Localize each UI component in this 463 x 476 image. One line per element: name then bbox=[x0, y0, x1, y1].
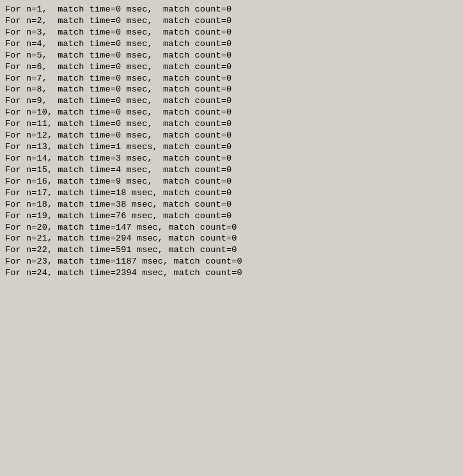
output-line: For n=23, match time=1187 msec, match co… bbox=[5, 256, 458, 267]
output-line: For n=20, match time=147 msec, match cou… bbox=[5, 222, 458, 234]
output-line: For n=8, match time=0 msec, match count=… bbox=[5, 84, 458, 95]
output-line: For n=12, match time=0 msec, match count… bbox=[5, 130, 458, 141]
output-line: For n=9, match time=0 msec, match count=… bbox=[5, 95, 458, 107]
output-line: For n=19, match time=76 msec, match coun… bbox=[5, 210, 458, 222]
output-line: For n=2, match time=0 msec, match count=… bbox=[5, 15, 458, 27]
output-line: For n=13, match time=1 msecs, match coun… bbox=[5, 141, 458, 153]
output-line: For n=15, match time=4 msec, match count… bbox=[5, 164, 458, 176]
output-line: For n=16, match time=9 msec, match count… bbox=[5, 176, 458, 187]
output-line: For n=5, match time=0 msec, match count=… bbox=[5, 50, 458, 61]
output-line: For n=7, match time=0 msec, match count=… bbox=[5, 73, 458, 84]
output-line: For n=17, match time=18 msec, match coun… bbox=[5, 187, 458, 199]
output-line: For n=6, match time=0 msec, match count=… bbox=[5, 61, 458, 73]
output-line: For n=21, match time=294 msec, match cou… bbox=[5, 233, 458, 244]
output-line: For n=1, match time=0 msec, match count=… bbox=[5, 4, 458, 15]
output-line: For n=11, match time=0 msec, match count… bbox=[5, 118, 458, 130]
output-line: For n=4, match time=0 msec, match count=… bbox=[5, 38, 458, 50]
output-line: For n=24, match time=2394 msec, match co… bbox=[5, 267, 458, 279]
output-line: For n=3, match time=0 msec, match count=… bbox=[5, 27, 458, 38]
output-line: For n=22, match time=591 msec, match cou… bbox=[5, 244, 458, 256]
output-container: For n=1, match time=0 msec, match count=… bbox=[5, 4, 458, 279]
output-line: For n=10, match time=0 msec, match count… bbox=[5, 107, 458, 118]
output-line: For n=18, match time=38 msec, match coun… bbox=[5, 199, 458, 210]
output-line: For n=14, match time=3 msec, match count… bbox=[5, 153, 458, 164]
